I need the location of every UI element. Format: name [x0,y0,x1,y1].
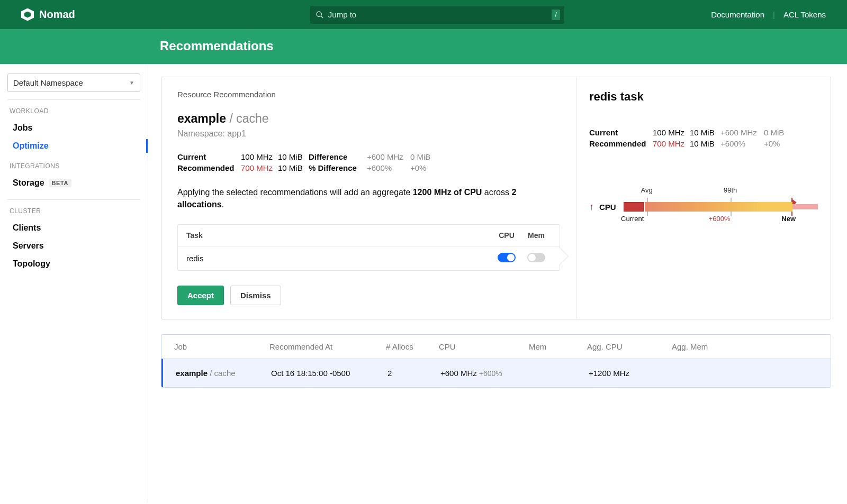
diff-mem: 0 MiB [410,152,442,161]
search-box[interactable]: / [310,6,564,24]
r-rec-mem: 10 MiB [690,139,720,148]
stat-grid-left: Current 100 MHz 10 MiB Difference +600 M… [177,152,560,172]
search-shortcut-badge: / [552,10,560,20]
top-navbar: Nomad / Documentation | ACL Tokens [0,0,847,29]
cpu-chart: ↑ CPU Avg 99th [589,201,818,225]
top-link-separator: | [773,10,775,19]
button-row: Accept Dismiss [177,286,560,305]
apply-text: Applying the selected recommendations wi… [177,186,560,210]
task-detail-panel: redis task Current 100 MHz 10 MiB +600 M… [576,77,831,319]
task-header-cpu: CPU [492,231,521,240]
current-label: Current [177,152,241,161]
rec-mem: 10 MiB [278,163,309,172]
chevron-down-icon: ▼ [129,80,134,86]
r-diff-cpu: +600 MHz [720,128,764,137]
chart-tick-p99-label: 99th [724,186,737,194]
r-current-cpu: 100 MHz [653,128,690,137]
pct-diff-cpu: +600% [367,163,410,172]
r-pct-diff-cpu: +600% [720,139,764,148]
sidebar: Default Namespace ▼ WORKLOAD Jobs Optimi… [0,64,148,503]
r-current-mem: 10 MiB [690,128,720,137]
chart-tick-avg-label: Avg [641,186,653,194]
stat-grid-right: Current 100 MHz 10 MiB +600 MHz 0 MiB Re… [589,128,818,148]
r-rec-cpu: 700 MHz [653,139,690,148]
sidebar-divider [7,199,140,200]
sum-recat: Oct 16 18:15:00 -0500 [271,369,388,378]
rec-cpu: 700 MHz [241,163,278,172]
namespace-select-value: Default Namespace [13,78,83,87]
sidebar-item-storage[interactable]: Storage BETA [7,174,140,192]
chart-current-label: Current [621,215,644,223]
diff-cpu: +600 MHz [367,152,410,161]
sidebar-item-optimize[interactable]: Optimize [7,137,140,155]
sidebar-divider [7,99,140,100]
beta-badge: BETA [49,179,71,187]
sidebar-item-clients[interactable]: Clients [7,219,140,237]
task-group-name: cache [236,112,268,125]
sum-h-mem: Mem [529,342,587,351]
pct-diff-mem: +0% [410,163,442,172]
summary-table: Job Recommended At # Allocs CPU Mem Agg.… [161,334,831,388]
chart-below-labels: Current +600% New [621,215,818,225]
chart-recommendation-bar [645,202,792,212]
recommendation-card: Resource Recommendation example / cache … [161,77,831,319]
summary-row[interactable]: example / cache Oct 16 18:15:00 -0500 2 … [161,359,831,387]
page-title: Recommendations [160,39,847,53]
sum-h-aggcpu: Agg. CPU [587,342,672,351]
sum-job: example / cache [176,369,271,378]
sidebar-group-workload: WORKLOAD [10,107,140,115]
current-mem: 10 MiB [278,152,309,161]
brand[interactable]: Nomad [21,8,75,21]
namespace-line: Namespace: app1 [177,129,560,139]
r-recommended-label: Recommended [589,139,653,148]
chart-current-bar [624,202,644,212]
job-sep: / [229,112,232,125]
chart-metric-label: CPU [599,203,616,212]
sum-allocs: 2 [388,369,440,378]
sidebar-group-cluster: CLUSTER [10,207,140,215]
sum-cpu: +600 MHz+600% [440,369,530,378]
r-pct-diff-mem: +0% [764,139,796,148]
sum-h-job: Job [174,342,269,351]
job-title: example / cache [177,112,560,126]
task-row[interactable]: redis [178,246,560,270]
dismiss-button[interactable]: Dismiss [230,286,281,305]
search-icon [316,11,324,19]
chart-bar: Avg 99th [624,201,818,213]
task-table-header: Task CPU Mem [178,225,560,246]
sum-aggcpu: +1200 MHz [589,369,673,378]
sidebar-item-topology[interactable]: Topology [7,255,140,273]
chart-new-label: New [781,215,796,223]
mem-toggle[interactable] [527,253,545,262]
sidebar-group-integrations: INTEGRATIONS [10,162,140,170]
task-row-name: redis [186,254,492,263]
summary-header: Job Recommended At # Allocs CPU Mem Agg.… [161,335,831,359]
sidebar-item-jobs[interactable]: Jobs [7,119,140,137]
current-cpu: 100 MHz [241,152,278,161]
sum-h-aggmem: Agg. Mem [672,342,746,351]
sidebar-item-servers[interactable]: Servers [7,237,140,255]
svg-line-1 [321,16,323,18]
documentation-link[interactable]: Documentation [711,10,764,19]
recommended-label: Recommended [177,163,241,172]
task-header-name: Task [186,231,492,240]
accept-button[interactable]: Accept [177,286,224,305]
task-table: Task CPU Mem redis [177,224,560,271]
chart-pct-label: +600% [709,215,731,223]
sum-h-allocs: # Allocs [386,342,439,351]
nomad-logo-icon [21,8,34,21]
card-label: Resource Recommendation [177,90,560,99]
chart-tail-bar [792,204,818,209]
r-diff-mem: 0 MiB [764,128,796,137]
job-name: example [177,112,226,125]
search-input[interactable] [328,10,559,19]
difference-label: Difference [309,152,367,161]
main-content: Resource Recommendation example / cache … [148,64,847,503]
cpu-toggle[interactable] [498,253,516,262]
acl-tokens-link[interactable]: ACL Tokens [783,10,826,19]
page-title-band: Recommendations [0,29,847,64]
svg-point-0 [317,12,321,16]
r-current-label: Current [589,128,653,137]
namespace-select[interactable]: Default Namespace ▼ [7,74,140,92]
recommendation-summary-panel: Resource Recommendation example / cache … [161,77,576,319]
